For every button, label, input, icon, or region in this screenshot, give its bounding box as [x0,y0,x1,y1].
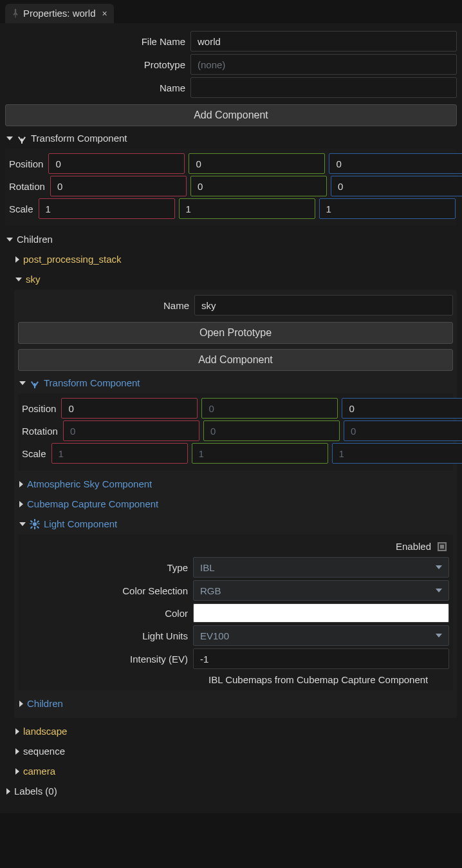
axis-icon [30,378,40,388]
children-title: Children [17,234,53,245]
axis-icon [17,133,27,144]
labels-title: Labels (0) [14,786,57,797]
colorsel-value: RGB [200,585,221,596]
sky-rotation-z[interactable] [344,420,462,441]
chevron-down-icon [15,278,22,281]
rotation-label: Rotation [22,426,59,437]
units-label: Light Units [22,630,189,641]
intensity-input[interactable] [193,648,449,669]
sky-rotation-x[interactable] [63,420,199,441]
scale-y[interactable] [179,198,315,219]
name-label: Name [5,82,187,93]
add-component-button[interactable]: Add Component [5,104,457,126]
child-post-processing[interactable]: post_processing_stack [14,249,457,269]
light-panel: Enabled Type IBL Color Selection RGB [18,534,453,690]
open-prototype-button[interactable]: Open Prototype [18,322,453,344]
position-y[interactable] [189,153,325,174]
color-swatch[interactable] [193,603,449,623]
chevron-right-icon [19,501,23,507]
sky-panel: Name Open Prototype Add Component Transf… [14,290,457,718]
position-label: Position [22,403,57,414]
enabled-checkbox[interactable] [438,542,447,551]
chevron-down-icon [436,589,442,592]
light-units-select[interactable]: EV100 [193,625,449,646]
chevron-down-icon [6,137,13,140]
scale-z[interactable] [319,198,456,219]
rotation-x[interactable] [50,176,187,196]
chevron-right-icon [15,728,19,735]
sky-rotation-y[interactable] [203,420,340,441]
atmospheric-sky-header[interactable]: Atmospheric Sky Component [18,473,453,493]
rotation-y[interactable] [190,176,327,196]
color-selection-select[interactable]: RGB [193,580,449,601]
transform-title: Transform Component [31,133,127,144]
scale-label: Scale [22,448,48,459]
units-value: EV100 [200,630,229,641]
labels-header[interactable]: Labels (0) [5,780,457,800]
child-label: sequence [23,746,65,757]
sky-transform-panel: Position Rotation Scale [18,393,453,471]
name-input[interactable] [190,77,457,98]
type-label: Type [22,562,189,573]
sky-position-z[interactable] [342,398,462,419]
cubemap-capture-header[interactable]: Cubemap Capture Component [18,493,453,513]
position-label: Position [9,158,44,169]
light-component-header[interactable]: Light Component [18,513,453,533]
chevron-right-icon [6,788,10,795]
children-header[interactable]: Children [5,229,457,249]
chevron-down-icon [6,238,13,241]
sky-add-component-button[interactable]: Add Component [18,349,453,371]
properties-panel: File Name Prototype Name Add Component T… [0,23,462,813]
chevron-down-icon [19,522,26,526]
chevron-down-icon [19,381,26,385]
file-name-input[interactable] [190,31,457,52]
intensity-label: Intensity (EV) [22,654,189,665]
properties-icon [12,9,19,18]
close-icon[interactable]: × [102,8,107,19]
sky-position-x[interactable] [61,398,198,419]
sky-name-label: Name [18,300,190,311]
chevron-right-icon [15,748,19,755]
child-landscape[interactable]: landscape [14,721,457,741]
child-label: sky [26,274,41,285]
child-sky[interactable]: sky [14,269,457,288]
chevron-right-icon [19,481,23,487]
child-camera[interactable]: camera [14,760,457,780]
sky-children-title: Children [27,698,63,709]
rotation-z[interactable] [331,176,462,196]
sky-children-header[interactable]: Children [18,693,453,713]
colorsel-label: Color Selection [22,585,189,596]
child-label: post_processing_stack [23,254,122,265]
sky-transform-header[interactable]: Transform Component [18,372,453,392]
sky-scale-x[interactable] [51,443,188,464]
position-x[interactable] [48,153,185,174]
sky-scale-y[interactable] [192,443,328,464]
sky-position-y[interactable] [201,398,338,419]
type-value: IBL [200,562,215,573]
prototype-label: Prototype [5,59,187,70]
chevron-right-icon [15,768,19,775]
light-title: Light Component [44,518,117,529]
cubemap-title: Cubemap Capture Component [27,498,158,509]
chevron-down-icon [436,634,442,637]
scale-x[interactable] [39,198,175,219]
position-z[interactable] [329,153,462,174]
prototype-input[interactable] [190,54,457,75]
atmos-title: Atmospheric Sky Component [27,478,152,489]
rotation-label: Rotation [9,181,46,192]
chevron-down-icon [436,565,442,569]
transform-header[interactable]: Transform Component [5,127,457,147]
child-sequence[interactable]: sequence [14,741,457,760]
tab-properties[interactable]: Properties: world × [5,4,114,23]
child-label: landscape [23,726,67,737]
sky-scale-z[interactable] [332,443,462,464]
tab-bar: Properties: world × [0,0,462,23]
file-name-label: File Name [5,36,187,47]
transform-panel: Position Rotation Scale [5,149,457,226]
sky-name-input[interactable] [194,295,453,316]
color-label: Color [22,608,189,619]
type-select[interactable]: IBL [193,557,449,578]
ibl-note: IBL Cubemaps from Cubemap Capture Compon… [208,674,428,685]
scale-label: Scale [9,203,35,214]
child-label: camera [23,766,55,777]
